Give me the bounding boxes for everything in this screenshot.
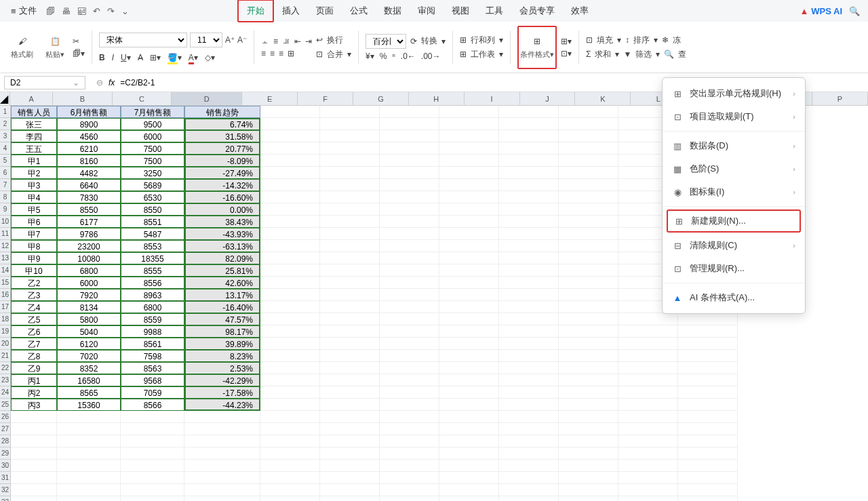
cell-july[interactable]: 3250 xyxy=(121,167,184,179)
cell-july[interactable]: 8963 xyxy=(121,289,184,301)
empty-cell[interactable] xyxy=(57,447,121,460)
col-header-E[interactable]: E xyxy=(242,92,298,106)
fill-color-button[interactable]: 🪣▾ xyxy=(167,53,182,62)
empty-cell[interactable] xyxy=(380,252,439,264)
empty-cell[interactable] xyxy=(678,374,738,386)
cell-july[interactable]: 8566 xyxy=(121,399,184,411)
empty-cell[interactable] xyxy=(11,496,57,501)
redo-icon[interactable]: ↷ xyxy=(107,6,115,16)
cell-trend[interactable]: -17.58% xyxy=(184,386,260,399)
empty-cell[interactable] xyxy=(380,399,439,411)
search-icon[interactable]: 🔍 xyxy=(849,6,860,16)
empty-cell[interactable] xyxy=(320,179,380,191)
empty-cell[interactable] xyxy=(260,289,320,301)
empty-cell[interactable] xyxy=(260,216,320,228)
empty-cell[interactable] xyxy=(499,264,559,277)
filter-label[interactable]: 筛选 xyxy=(635,49,652,60)
cell-june[interactable]: 23200 xyxy=(57,240,121,252)
empty-cell[interactable] xyxy=(260,203,320,216)
empty-cell[interactable] xyxy=(380,350,439,362)
cell-trend[interactable]: -44.23% xyxy=(184,399,260,411)
cell-person[interactable]: 甲2 xyxy=(11,167,57,179)
cell-person[interactable]: 甲4 xyxy=(11,191,57,203)
tab-efficiency[interactable]: 效率 xyxy=(563,1,597,21)
cell-june[interactable]: 8134 xyxy=(57,301,121,313)
empty-cell[interactable] xyxy=(320,484,380,496)
empty-cell[interactable] xyxy=(11,447,57,460)
empty-cell[interactable] xyxy=(380,203,439,216)
empty-cell[interactable] xyxy=(320,423,380,435)
empty-cell[interactable] xyxy=(380,313,439,325)
empty-cell[interactable] xyxy=(499,155,559,167)
font-color-button[interactable]: A▾ xyxy=(189,53,198,62)
empty-cell[interactable] xyxy=(184,435,260,447)
cell-person[interactable]: 乙8 xyxy=(11,350,57,362)
empty-cell[interactable] xyxy=(320,264,380,277)
find-label[interactable]: 查 xyxy=(678,49,686,60)
chevron-down-icon[interactable]: ⌄ xyxy=(73,78,79,87)
fill-label[interactable]: 填充 xyxy=(597,35,613,46)
empty-cell[interactable] xyxy=(499,142,559,155)
cell-june[interactable]: 6000 xyxy=(57,277,121,289)
empty-cell[interactable] xyxy=(618,411,678,423)
tab-review[interactable]: 审阅 xyxy=(410,1,443,21)
empty-cell[interactable] xyxy=(559,130,618,142)
empty-cell[interactable] xyxy=(559,289,618,301)
th-june[interactable]: 6月销售额 xyxy=(57,106,121,118)
cell-june[interactable]: 8160 xyxy=(57,155,121,167)
cell-person[interactable]: 乙2 xyxy=(11,277,57,289)
empty-cell[interactable] xyxy=(320,411,380,423)
col-header-P[interactable]: P xyxy=(812,92,868,106)
empty-cell[interactable] xyxy=(320,277,380,289)
empty-cell[interactable] xyxy=(380,277,439,289)
cell-june[interactable]: 5040 xyxy=(57,325,121,338)
cell-july[interactable]: 6530 xyxy=(121,191,184,203)
currency-icon[interactable]: ¥▾ xyxy=(366,52,374,61)
empty-cell[interactable] xyxy=(260,484,320,496)
dd-ai-cf[interactable]: ▲AI 条件格式(A)... xyxy=(663,286,805,309)
empty-cell[interactable] xyxy=(678,386,738,399)
cell-person[interactable]: 甲6 xyxy=(11,216,57,228)
empty-cell[interactable] xyxy=(618,496,678,501)
empty-cell[interactable] xyxy=(320,167,380,179)
empty-cell[interactable] xyxy=(559,264,618,277)
font-decrease-icon[interactable]: A⁻ xyxy=(237,35,247,45)
empty-cell[interactable] xyxy=(380,496,439,501)
dd-highlight-rules[interactable]: ⊞突出显示单元格规则(H)› xyxy=(663,82,805,105)
font-size-select[interactable]: 11 xyxy=(190,33,222,47)
dd-clear-rules[interactable]: ⊟清除规则(C)› xyxy=(663,234,805,257)
empty-cell[interactable] xyxy=(260,228,320,240)
conditional-format-button[interactable]: ⊞ 条件格式▾ xyxy=(517,26,557,69)
empty-cell[interactable] xyxy=(320,130,380,142)
empty-cell[interactable] xyxy=(439,191,499,203)
cell-july[interactable]: 8559 xyxy=(121,313,184,325)
empty-cell[interactable] xyxy=(57,423,121,435)
empty-cell[interactable] xyxy=(380,435,439,447)
empty-cell[interactable] xyxy=(559,484,618,496)
empty-cell[interactable] xyxy=(439,203,499,216)
font-increase-icon[interactable]: A⁺ xyxy=(225,35,235,45)
empty-cell[interactable] xyxy=(320,374,380,386)
empty-cell[interactable] xyxy=(380,484,439,496)
empty-cell[interactable] xyxy=(11,460,57,472)
wrap-label[interactable]: 换行 xyxy=(327,35,343,46)
empty-cell[interactable] xyxy=(320,338,380,350)
empty-cell[interactable] xyxy=(559,460,618,472)
cell-person[interactable]: 乙5 xyxy=(11,313,57,325)
empty-cell[interactable] xyxy=(499,191,559,203)
empty-cell[interactable] xyxy=(499,362,559,374)
empty-cell[interactable] xyxy=(320,386,380,399)
wrap-icon[interactable]: ↩ xyxy=(316,35,323,45)
cell-trend[interactable]: 39.89% xyxy=(184,338,260,350)
empty-cell[interactable] xyxy=(260,301,320,313)
empty-cell[interactable] xyxy=(559,179,618,191)
empty-cell[interactable] xyxy=(618,460,678,472)
align-bottom-icon[interactable]: ⫡ xyxy=(282,37,290,46)
empty-cell[interactable] xyxy=(439,179,499,191)
empty-cell[interactable] xyxy=(260,155,320,167)
cell-june[interactable]: 7020 xyxy=(57,350,121,362)
cell-june[interactable]: 8550 xyxy=(57,203,121,216)
select-all-corner[interactable]: ◢ xyxy=(0,92,10,106)
empty-cell[interactable] xyxy=(499,460,559,472)
empty-cell[interactable] xyxy=(618,325,678,338)
